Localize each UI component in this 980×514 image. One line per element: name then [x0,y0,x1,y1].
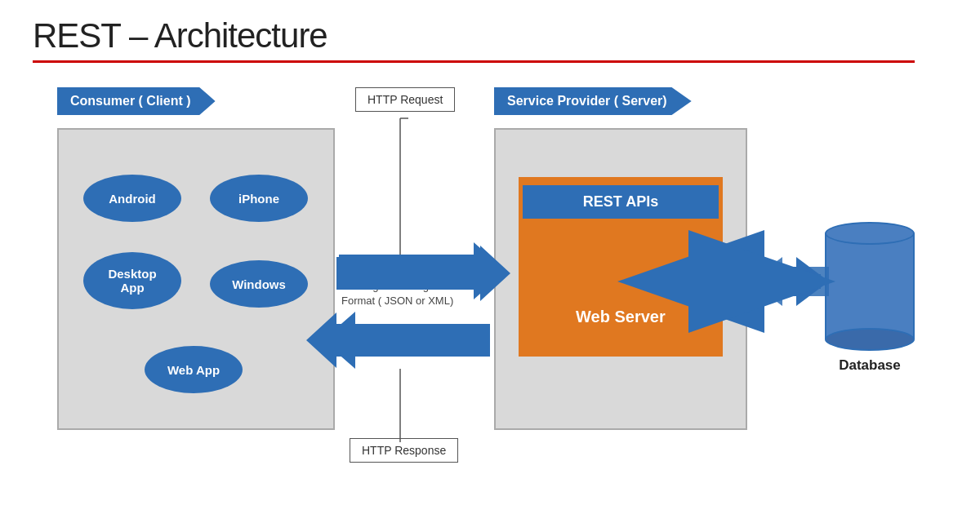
message-exchange-label: Message Exchange Format ( JSON or XML) [341,279,453,308]
database-label: Database [839,357,901,374]
page: REST – Architecture Consumer ( Client ) … [0,0,980,514]
title-underline [33,60,915,63]
svg-marker-6 [750,257,829,306]
consumer-box: Android iPhone Desktop App Windows Web A… [57,128,335,430]
windows-ellipse: Windows [210,260,308,308]
db-bottom [825,328,915,351]
http-request-box: HTTP Request [355,87,455,112]
webserver-label: Web Server [576,308,666,326]
webapp-ellipse: Web App [145,346,243,393]
database-container: Database [825,222,915,374]
page-title: REST – Architecture [33,16,947,55]
http-response-box: HTTP Response [350,438,458,463]
iphone-ellipse: iPhone [210,175,308,222]
db-top [825,222,915,245]
diagram: Consumer ( Client ) Android iPhone Deskt… [33,79,947,479]
rest-apis-label: REST APIs [523,185,719,219]
consumer-label: Consumer ( Client ) [57,87,216,115]
provider-label: Service Provider ( Server) [494,87,692,115]
svg-marker-5 [750,257,829,306]
android-ellipse: Android [83,175,181,222]
svg-marker-3 [323,312,490,369]
db-body [825,233,915,339]
desktop-ellipse: Desktop App [83,252,181,309]
